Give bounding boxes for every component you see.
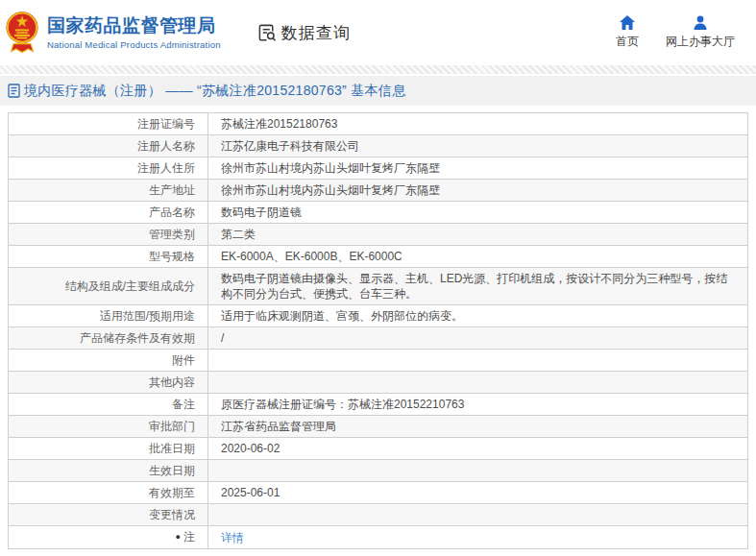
table-row: 管理类别第二类 (9, 224, 748, 246)
row-value: 适用于临床观测阴道、宫颈、外阴部位的病变。 (208, 305, 748, 327)
row-value: EK-6000A、EK-6000B、EK-6000C (208, 246, 748, 268)
row-label: 注册证编号 (9, 113, 208, 135)
row-label: 注 (9, 526, 208, 549)
row-value (208, 460, 748, 482)
table-row: 产品储存条件及有效期/ (9, 327, 748, 350)
data-query-section[interactable]: 数据查询 (257, 22, 351, 44)
national-emblem-icon (5, 9, 39, 57)
row-value (208, 504, 748, 526)
row-value: 数码电子阴道镜由摄像头、显示器、主机、LED光源、打印机组成，按设计不同分为三种… (208, 268, 748, 305)
row-label: 变更情况 (9, 504, 208, 526)
row-label: 产品名称 (9, 202, 208, 224)
table-row: 型号规格EK-6000A、EK-6000B、EK-6000C (9, 246, 748, 268)
data-query-label: 数据查询 (281, 22, 351, 44)
row-value: 徐州市苏山村境内苏山头烟叶复烤厂东隔壁 (208, 180, 748, 202)
divider-band (0, 65, 756, 74)
row-value: 2020-06-02 (208, 438, 748, 460)
page-title: 境内医疗器械（注册） —— “苏械注准20152180763” 基本信息 (24, 83, 405, 100)
row-label: 有效期至 (9, 482, 208, 504)
row-label: 产品储存条件及有效期 (9, 327, 208, 350)
nav-home[interactable]: 首页 (616, 15, 639, 50)
nmpa-logo[interactable]: 国家药品监督管理局 National Medical Products Admi… (5, 9, 221, 57)
site-header: 国家药品监督管理局 National Medical Products Admi… (0, 0, 756, 65)
header-nav: 首页 网上办事大厅 (616, 15, 756, 50)
user-icon (693, 15, 708, 30)
row-value: 江苏亿康电子科技有限公司 (208, 135, 748, 157)
nav-home-label: 首页 (616, 34, 639, 50)
nav-online-hall[interactable]: 网上办事大厅 (666, 15, 735, 50)
table-row: 附件 (9, 350, 748, 372)
table-row: 备注原医疗器械注册证编号：苏械注准20152210763 (9, 394, 748, 416)
row-value: 2025-06-01 (208, 482, 748, 504)
row-label: 适用范围/预期用途 (9, 305, 208, 327)
row-label: 结构及组成/主要组成成分 (9, 268, 208, 305)
document-icon (8, 84, 20, 98)
document-search-icon (257, 23, 278, 43)
row-value: 详情 (208, 526, 748, 549)
breadcrumb: 境内医疗器械（注册） —— “苏械注准20152180763” 基本信息 (0, 76, 756, 106)
detail-link[interactable]: 详情 (221, 531, 244, 544)
row-value (208, 350, 748, 372)
table-row: 结构及组成/主要组成成分数码电子阴道镜由摄像头、显示器、主机、LED光源、打印机… (9, 268, 748, 305)
table-row: 生效日期 (9, 460, 748, 482)
home-icon (620, 15, 635, 30)
site-title: 国家药品监督管理局 (47, 15, 221, 36)
row-value: 江苏省药品监督管理局 (208, 416, 748, 438)
row-label: 型号规格 (9, 246, 208, 268)
table-row: 变更情况 (9, 504, 748, 526)
note-icon (176, 530, 183, 544)
row-value: 徐州市苏山村境内苏山头烟叶复烤厂东隔壁 (208, 157, 748, 180)
row-label: 注册人住所 (9, 157, 208, 180)
row-value: 苏械注准20152180763 (208, 113, 748, 135)
table-row: 审批部门江苏省药品监督管理局 (9, 416, 748, 438)
row-label: 附件 (9, 350, 208, 372)
row-value: 数码电子阴道镜 (208, 202, 748, 224)
logo-text: 国家药品监督管理局 National Medical Products Admi… (47, 15, 221, 50)
row-value: / (208, 327, 748, 350)
table-row: 批准日期2020-06-02 (9, 438, 748, 460)
table-row: 产品名称数码电子阴道镜 (9, 202, 748, 224)
table-row: 注册人名称江苏亿康电子科技有限公司 (9, 135, 748, 157)
nav-online-hall-label: 网上办事大厅 (666, 34, 735, 50)
table-row: 注册人住所徐州市苏山村境内苏山头烟叶复烤厂东隔壁 (9, 157, 748, 180)
row-label: 备注 (9, 394, 208, 416)
row-label: 管理类别 (9, 224, 208, 246)
row-value: 原医疗器械注册证编号：苏械注准20152210763 (208, 394, 748, 416)
table-row: 其他内容 (9, 372, 748, 394)
row-label: 其他内容 (9, 372, 208, 394)
site-subtitle: National Medical Products Administration (47, 39, 221, 50)
row-label: 生效日期 (9, 460, 208, 482)
row-label: 注册人名称 (9, 135, 208, 157)
table-row: 注册证编号苏械注准20152180763 (9, 113, 748, 135)
table-row: 注详情 (9, 526, 748, 549)
row-label: 生产地址 (9, 180, 208, 202)
table-row: 适用范围/预期用途适用于临床观测阴道、宫颈、外阴部位的病变。 (9, 305, 748, 327)
table-row: 有效期至2025-06-01 (9, 482, 748, 504)
row-label: 批准日期 (9, 438, 208, 460)
info-table: 注册证编号苏械注准20152180763注册人名称江苏亿康电子科技有限公司注册人… (8, 112, 748, 549)
table-row: 生产地址徐州市苏山村境内苏山头烟叶复烤厂东隔壁 (9, 180, 748, 202)
row-label: 审批部门 (9, 416, 208, 438)
row-value: 第二类 (208, 224, 748, 246)
row-value (208, 372, 748, 394)
